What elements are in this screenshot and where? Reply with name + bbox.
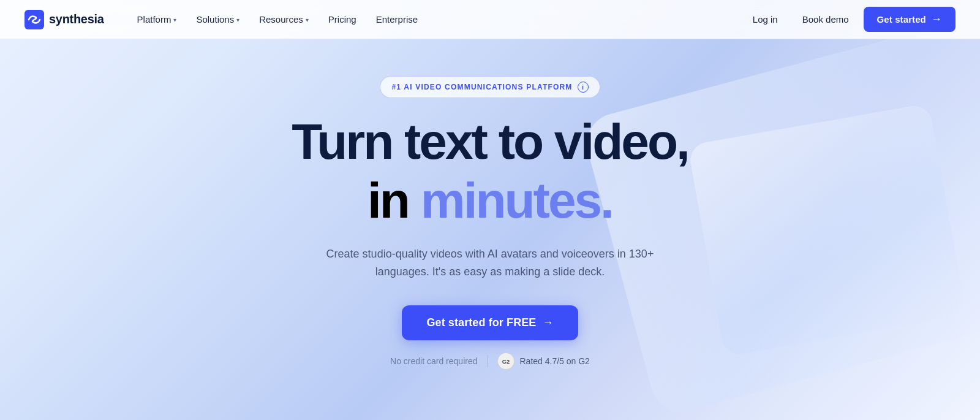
headline-in-prefix: in xyxy=(368,172,421,228)
nav-item-solutions[interactable]: Solutions ▾ xyxy=(187,9,248,29)
hero-footer-info: No credit card required G2 Rated 4.7/5 o… xyxy=(390,353,590,370)
hero-badge: #1 AI VIDEO COMMUNICATIONS PLATFORM i xyxy=(380,76,600,98)
nav-right: Log in Book demo Get started → xyxy=(743,7,956,32)
svg-text:G2: G2 xyxy=(502,359,510,365)
navbar: synthesia Platform ▾ Solutions ▾ Resourc… xyxy=(0,0,980,39)
get-started-hero-button[interactable]: Get started for FREE → xyxy=(402,305,578,340)
no-credit-card-text: No credit card required xyxy=(390,356,477,366)
hero-section: #1 AI VIDEO COMMUNICATIONS PLATFORM i Tu… xyxy=(0,39,980,370)
g2-icon: G2 xyxy=(497,353,514,370)
get-started-nav-button[interactable]: Get started → xyxy=(864,7,956,32)
hero-headline-line1: Turn text to video, xyxy=(292,115,688,168)
book-demo-button[interactable]: Book demo xyxy=(793,9,859,29)
logo[interactable]: synthesia xyxy=(24,10,104,29)
logo-text: synthesia xyxy=(49,12,104,26)
info-icon[interactable]: i xyxy=(578,82,589,93)
hero-subtext: Create studio-quality videos with AI ava… xyxy=(312,245,668,281)
arrow-right-icon: → xyxy=(542,316,553,329)
chevron-down-icon: ▾ xyxy=(173,17,176,23)
nav-item-resources[interactable]: Resources ▾ xyxy=(251,9,317,29)
arrow-right-icon: → xyxy=(931,13,942,26)
nav-item-platform[interactable]: Platform ▾ xyxy=(129,9,186,29)
page-wrapper: synthesia Platform ▾ Solutions ▾ Resourc… xyxy=(0,0,980,420)
chevron-down-icon: ▾ xyxy=(236,17,239,23)
headline-minutes: minutes. xyxy=(421,172,612,228)
nav-item-pricing[interactable]: Pricing xyxy=(320,9,365,29)
g2-rating-text: Rated 4.7/5 on G2 xyxy=(519,356,589,366)
hero-headline-line2: in minutes. xyxy=(368,173,612,228)
login-button[interactable]: Log in xyxy=(743,9,788,29)
chevron-down-icon: ▾ xyxy=(306,17,309,23)
logo-icon xyxy=(24,10,44,29)
divider xyxy=(487,355,488,367)
nav-item-enterprise[interactable]: Enterprise xyxy=(368,9,426,29)
nav-links: Platform ▾ Solutions ▾ Resources ▾ Prici… xyxy=(129,9,743,29)
badge-text: #1 AI VIDEO COMMUNICATIONS PLATFORM xyxy=(391,83,572,91)
g2-badge: G2 Rated 4.7/5 on G2 xyxy=(497,353,589,370)
